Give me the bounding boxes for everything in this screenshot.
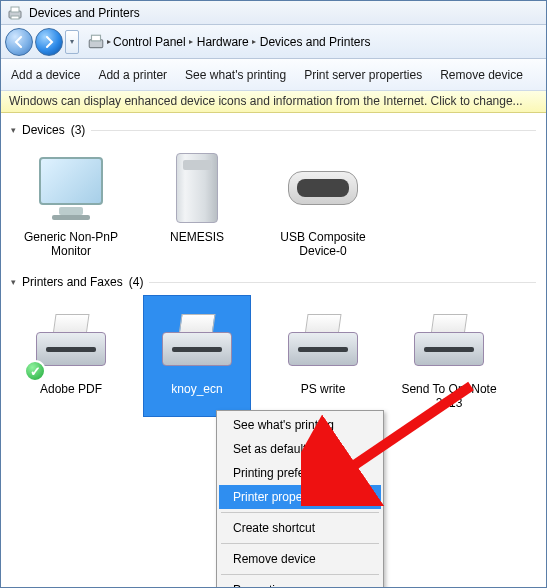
printer-item-adobe-pdf[interactable]: ✓ Adobe PDF <box>17 295 125 417</box>
info-bar[interactable]: Windows can display enhanced device icon… <box>1 91 546 113</box>
command-bar: Add a device Add a printer See what's pr… <box>1 59 546 91</box>
printer-icon <box>278 300 368 380</box>
device-item-usb[interactable]: USB Composite Device-0 <box>269 143 377 265</box>
window-title: Devices and Printers <box>29 6 140 20</box>
default-check-badge-icon: ✓ <box>24 360 46 382</box>
printer-app-icon <box>7 5 23 21</box>
nav-bar: ▾ ▸ Control Panel ▸ Hardware ▸ Devices a… <box>1 25 546 59</box>
devices-grid: Generic Non-PnP Monitor NEMESIS USB Comp… <box>11 143 536 265</box>
svg-rect-2 <box>11 16 19 19</box>
printer-icon: ✓ <box>26 300 116 380</box>
device-label: USB Composite Device-0 <box>272 230 374 258</box>
forward-button[interactable] <box>35 28 63 56</box>
printer-label: Adobe PDF <box>40 382 102 396</box>
printer-label: PS write <box>301 382 346 396</box>
back-button[interactable] <box>5 28 33 56</box>
print-server-properties-button[interactable]: Print server properties <box>304 68 422 82</box>
svg-rect-1 <box>11 7 19 12</box>
svg-rect-4 <box>92 35 101 41</box>
printer-icon <box>152 300 242 380</box>
group-count: (3) <box>71 123 86 137</box>
context-menu: See what's printing Set as default print… <box>216 410 384 588</box>
ctx-properties[interactable]: Properties <box>219 578 381 588</box>
breadcrumb: Control Panel ▸ Hardware ▸ Devices and P… <box>113 35 370 49</box>
ctx-separator <box>221 512 379 513</box>
device-label: Generic Non-PnP Monitor <box>20 230 122 258</box>
printer-item-ps-write[interactable]: PS write <box>269 295 377 417</box>
title-bar: Devices and Printers <box>1 1 546 25</box>
ctx-see-whats-printing[interactable]: See what's printing <box>219 413 381 437</box>
ctx-separator <box>221 543 379 544</box>
device-label: NEMESIS <box>170 230 224 244</box>
breadcrumb-part-control-panel[interactable]: Control Panel ▸ <box>113 35 193 49</box>
breadcrumb-part-devices-printers[interactable]: Devices and Printers <box>260 35 371 49</box>
ctx-set-default[interactable]: Set as default printer <box>219 437 381 461</box>
ctx-separator <box>221 574 379 575</box>
remove-device-button[interactable]: Remove device <box>440 68 523 82</box>
usb-device-icon <box>278 148 368 228</box>
see-whats-printing-button[interactable]: See what's printing <box>185 68 286 82</box>
printers-grid: ✓ Adobe PDF knoy_ecn PS write Send To On… <box>11 295 536 417</box>
printer-label: Send To OneNote 2013 <box>398 382 500 410</box>
group-count: (4) <box>129 275 144 289</box>
printer-location-icon <box>87 33 105 51</box>
computer-tower-icon <box>152 148 242 228</box>
nav-history-dropdown[interactable]: ▾ <box>65 30 79 54</box>
breadcrumb-sep-icon: ▸ <box>107 37 111 46</box>
add-printer-button[interactable]: Add a printer <box>98 68 167 82</box>
printer-item-onenote[interactable]: Send To OneNote 2013 <box>395 295 503 417</box>
group-title: Devices <box>22 123 65 137</box>
group-title: Printers and Faxes <box>22 275 123 289</box>
collapse-icon: ▾ <box>11 277 16 287</box>
printer-label: knoy_ecn <box>171 382 222 396</box>
device-item-monitor[interactable]: Generic Non-PnP Monitor <box>17 143 125 265</box>
ctx-create-shortcut[interactable]: Create shortcut <box>219 516 381 540</box>
monitor-icon <box>26 148 116 228</box>
add-device-button[interactable]: Add a device <box>11 68 80 82</box>
group-header-printers[interactable]: ▾ Printers and Faxes (4) <box>11 275 536 289</box>
group-divider <box>91 130 536 131</box>
ctx-printing-preferences[interactable]: Printing preferences <box>219 461 381 485</box>
breadcrumb-part-hardware[interactable]: Hardware ▸ <box>197 35 256 49</box>
ctx-remove-device[interactable]: Remove device <box>219 547 381 571</box>
collapse-icon: ▾ <box>11 125 16 135</box>
group-divider <box>149 282 536 283</box>
device-item-tower[interactable]: NEMESIS <box>143 143 251 265</box>
ctx-printer-properties[interactable]: Printer properties <box>219 485 381 509</box>
printer-icon <box>404 300 494 380</box>
printer-item-selected[interactable]: knoy_ecn <box>143 295 251 417</box>
group-header-devices[interactable]: ▾ Devices (3) <box>11 123 536 137</box>
